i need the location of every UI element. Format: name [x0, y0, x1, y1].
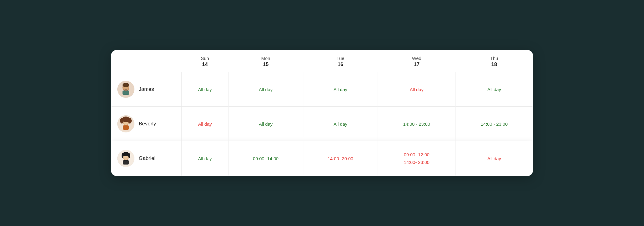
shift-cell-4: 14:00 - 23:00: [456, 107, 533, 141]
avatar: [117, 81, 134, 98]
employee-name: Beverly: [139, 121, 156, 127]
shift-cell-0: All day: [181, 72, 228, 107]
employee-cell: James: [111, 72, 181, 107]
employee-info: Beverly: [117, 115, 178, 132]
employee-name: Gabriel: [139, 155, 156, 161]
shift-time: All day: [198, 87, 212, 92]
svg-point-6: [124, 89, 127, 91]
svg-point-5: [123, 83, 129, 87]
shift-time: All day: [410, 87, 423, 92]
day-name: Tue: [337, 56, 344, 61]
day-header-thu: Thu18: [456, 50, 533, 72]
shift-cell-0: All day: [181, 107, 228, 141]
day-number: 16: [306, 61, 375, 68]
avatar: [117, 150, 134, 167]
employee-cell: Gabriel: [111, 141, 181, 176]
day-name: Thu: [490, 56, 498, 61]
day-name: Mon: [261, 56, 270, 61]
shift-cell-4: All day: [456, 141, 533, 176]
shift-cell-2: All day: [303, 72, 378, 107]
shift-time: All day: [334, 87, 347, 92]
shift-time: 09:00- 14:00: [253, 156, 279, 161]
avatar: [117, 115, 134, 132]
day-header-tue: Tue16: [303, 50, 378, 72]
shift-time: All day: [198, 121, 212, 127]
day-number: 15: [231, 61, 300, 68]
day-number: 14: [185, 61, 225, 68]
employee-row-gabriel: Gabriel All day09:00- 14:0014:00- 20:000…: [111, 141, 533, 176]
svg-point-20: [128, 153, 130, 158]
schedule-table: Sun14Mon15Tue16Wed17Thu18 James All dayA…: [111, 50, 533, 176]
day-name: Wed: [412, 56, 421, 61]
shift-time: All day: [259, 87, 273, 92]
shift-time: 09:00- 12:0014:00- 23:00: [381, 151, 452, 166]
employee-name: James: [139, 86, 154, 92]
shift-time: All day: [487, 156, 501, 161]
shift-cell-1: All day: [228, 72, 303, 107]
day-number: 17: [381, 61, 452, 68]
employee-cell: Beverly: [111, 107, 181, 141]
shift-time: 14:00 - 23:00: [481, 121, 507, 127]
employee-info: James: [117, 81, 178, 98]
employee-info: Gabriel: [117, 150, 178, 167]
shift-cell-1: All day: [228, 107, 303, 141]
schedule-container: Sun14Mon15Tue16Wed17Thu18 James All dayA…: [111, 50, 533, 176]
day-header-sun: Sun14: [181, 50, 228, 72]
shift-cell-2: All day: [303, 107, 378, 141]
shift-cell-0: All day: [181, 141, 228, 176]
shift-cell-2: 14:00- 20:00: [303, 141, 378, 176]
employee-col-header: [111, 50, 181, 72]
svg-point-18: [123, 152, 129, 156]
svg-point-19: [122, 153, 123, 158]
shift-cell-4: All day: [456, 72, 533, 107]
shift-time: 14:00- 20:00: [327, 156, 353, 161]
header-row: Sun14Mon15Tue16Wed17Thu18: [111, 50, 533, 72]
shift-cell-1: 09:00- 14:00: [228, 141, 303, 176]
shift-cell-3: All day: [378, 72, 456, 107]
day-header-mon: Mon15: [228, 50, 303, 72]
svg-rect-10: [123, 125, 129, 130]
shift-cell-3: 14:00 - 23:00: [378, 107, 456, 141]
svg-rect-4: [123, 91, 129, 95]
svg-point-12: [120, 118, 124, 124]
shift-time: All day: [259, 121, 273, 127]
svg-rect-17: [123, 160, 129, 165]
day-number: 18: [459, 61, 530, 68]
day-name: Sun: [201, 56, 209, 61]
shift-time: 14:00 - 23:00: [403, 121, 430, 127]
shift-time: All day: [198, 156, 212, 161]
employee-row-james: James All dayAll dayAll dayAll dayAll da…: [111, 72, 533, 107]
shift-cell-3: 09:00- 12:0014:00- 23:00: [378, 141, 456, 176]
svg-point-13: [128, 118, 132, 124]
shift-time: All day: [487, 87, 501, 92]
employee-row-beverly: Beverly All dayAll dayAll day14:00 - 23:…: [111, 107, 533, 141]
day-header-wed: Wed17: [378, 50, 456, 72]
shift-time: All day: [334, 121, 347, 127]
